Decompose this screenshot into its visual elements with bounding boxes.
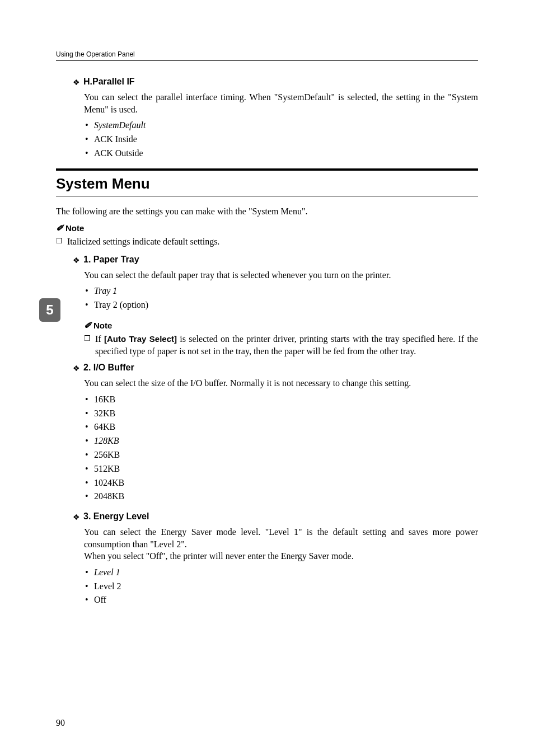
list-item: Off [84, 593, 478, 607]
list-item: SystemDefault [84, 119, 478, 133]
list-item: Tray 2 (option) [84, 298, 478, 312]
note-prefix: If [95, 334, 104, 344]
hparallel-title: H.Parallel IF [83, 77, 135, 87]
list-item: 2048KB [84, 490, 478, 504]
diamond-icon: ❖ [73, 255, 80, 266]
energy-heading: ❖ 3. Energy Level [73, 511, 478, 523]
papertray-heading: ❖ 1. Paper Tray [73, 255, 478, 266]
list-item: Tray 1 [84, 284, 478, 298]
system-menu-intro: The following are the settings you can m… [56, 205, 478, 218]
iobuffer-desc: You can select the size of the I/O buffe… [84, 377, 478, 389]
pen-icon: ✐ [84, 320, 91, 331]
list-item: 256KB [84, 448, 478, 462]
chapter-tab: 5 [39, 298, 60, 322]
energy-desc1: You can select the Energy Saver mode lev… [84, 526, 478, 550]
energy-list: Level 1 Level 2 Off [84, 566, 478, 607]
list-item: 512KB [84, 462, 478, 476]
iobuffer-title: 2. I/O Buffer [83, 363, 134, 373]
energy-desc2: When you select "Off", the printer will … [84, 550, 478, 562]
hparallel-list: SystemDefault ACK Inside ACK Outside [84, 119, 478, 160]
list-item: ACK Outside [84, 147, 478, 161]
note-text: Italicized settings indicate default set… [67, 236, 478, 248]
list-item: 16KB [84, 393, 478, 407]
list-item: 64KB [84, 420, 478, 434]
papertray-desc: You can select the default paper tray th… [84, 269, 478, 281]
system-menu-heading: System Menu [56, 168, 478, 196]
diamond-icon: ❖ [73, 511, 80, 523]
hparallel-desc: You can select the parallel interface ti… [84, 91, 478, 115]
papertray-title: 1. Paper Tray [83, 255, 139, 265]
note-heading: ✐ Note [56, 223, 478, 233]
running-header: Using the Operation Panel [56, 50, 478, 61]
list-item: 128KB [84, 434, 478, 448]
iobuffer-heading: ❖ 2. I/O Buffer [73, 363, 478, 374]
note-heading: ✐ Note [84, 320, 478, 331]
list-item: 1024KB [84, 476, 478, 490]
note-marker-icon: ❒ [56, 236, 67, 247]
energy-title: 3. Energy Level [83, 511, 149, 522]
diamond-icon: ❖ [73, 77, 80, 88]
note-item: ❒ Italicized settings indicate default s… [56, 236, 478, 248]
note-item: ❒ If [Auto Tray Select] is selected on t… [84, 333, 478, 357]
page-number: 90 [56, 718, 65, 728]
papertray-list: Tray 1 Tray 2 (option) [84, 284, 478, 312]
note-marker-icon: ❒ [84, 333, 95, 344]
main-content: ❖ H.Parallel IF You can select the paral… [56, 77, 478, 607]
note-label: Note [65, 223, 84, 233]
note-text: If [Auto Tray Select] is selected on the… [95, 333, 478, 357]
pen-icon: ✐ [56, 223, 63, 233]
hparallel-heading: ❖ H.Parallel IF [73, 77, 478, 88]
list-item: 32KB [84, 407, 478, 421]
list-item: ACK Inside [84, 133, 478, 147]
note-label: Note [93, 321, 112, 330]
list-item: Level 2 [84, 580, 478, 594]
note-bold: [Auto Tray Select] [104, 334, 177, 344]
diamond-icon: ❖ [73, 363, 80, 374]
iobuffer-list: 16KB 32KB 64KB 128KB 256KB 512KB 1024KB … [84, 393, 478, 504]
list-item: Level 1 [84, 566, 478, 580]
